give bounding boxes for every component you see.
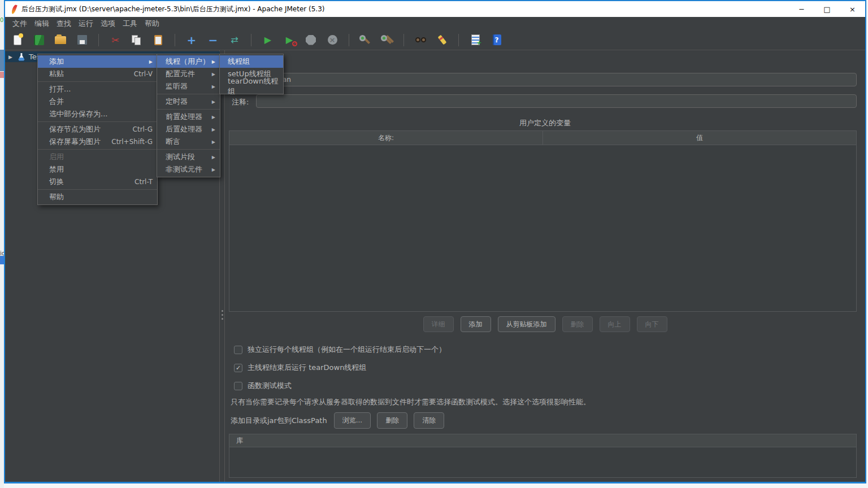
- screen: 0 ic 后台压力测试.jmx (D:\server\apache-jmeter…: [0, 0, 868, 488]
- toolbar-separator: [251, 34, 251, 46]
- menu-options[interactable]: 选项: [99, 19, 116, 29]
- jmeter-app-icon: [11, 4, 17, 14]
- minimize-icon[interactable]: ─: [789, 1, 814, 17]
- window-controls: ─ □ ×: [789, 1, 865, 17]
- checkbox-checked[interactable]: ✓: [234, 364, 242, 372]
- run-teardown-after-main-row: ✓ 主线程结束后运行 tearDown线程组: [234, 363, 366, 373]
- copy-icon[interactable]: [130, 33, 144, 47]
- menu-tools[interactable]: 工具: [121, 19, 138, 29]
- menu-item-thread-group[interactable]: 线程组: [220, 55, 283, 68]
- function-helper-icon[interactable]: +: [468, 33, 482, 47]
- menu-item-toggle[interactable]: 切换Ctrl-T: [38, 176, 157, 188]
- clear-all-icon[interactable]: [380, 33, 394, 47]
- menu-item-non-test-elements[interactable]: 非测试元件▶: [157, 163, 220, 176]
- menu-item-save-screen-as-image[interactable]: 保存屏幕为图片Ctrl+Shift-G: [38, 136, 157, 148]
- clear-icon[interactable]: [359, 33, 372, 47]
- help-icon[interactable]: ?: [490, 33, 504, 47]
- search-icon[interactable]: [414, 33, 427, 47]
- user-defined-variables-title: 用户定义的变量: [225, 118, 865, 128]
- menu-item-paste[interactable]: 粘贴Ctrl-V: [38, 68, 157, 80]
- menu-item-open[interactable]: 打开...: [38, 83, 157, 95]
- comments-input[interactable]: [256, 94, 857, 108]
- cut-icon[interactable]: ✂: [108, 33, 122, 47]
- menu-separator: [38, 189, 157, 190]
- menu-separator: [38, 149, 157, 150]
- menu-item-config-element[interactable]: 配置元件▶: [157, 68, 220, 80]
- panel-splitter[interactable]: [220, 50, 225, 482]
- up-button: 向上: [600, 316, 630, 332]
- plan-name-input[interactable]: [256, 73, 857, 86]
- menu-item-pre-processor[interactable]: 前置处理器▶: [157, 111, 220, 123]
- menu-item-listener[interactable]: 监听器▶: [157, 80, 220, 93]
- save-icon[interactable]: [75, 33, 89, 47]
- toolbar-separator: [98, 34, 99, 46]
- splitter-grip[interactable]: [222, 310, 223, 320]
- menu-bar: 文件 编辑 查找 运行 选项 工具 帮助: [5, 17, 865, 30]
- start-icon[interactable]: ▶: [261, 33, 275, 47]
- toolbar-separator: [403, 34, 404, 46]
- shortcut-label: Ctrl+Shift-G: [102, 138, 153, 146]
- start-no-pauses-icon[interactable]: ▶: [283, 33, 296, 47]
- shortcut-label: Ctrl-T: [125, 178, 153, 186]
- menu-file[interactable]: 文件: [11, 19, 28, 29]
- classpath-delete-button[interactable]: 删除: [377, 412, 407, 429]
- menu-separator: [38, 81, 157, 82]
- templates-icon[interactable]: [32, 33, 46, 47]
- menu-item-assertion[interactable]: 断言▶: [157, 136, 220, 148]
- menu-separator: [157, 149, 220, 150]
- checkbox-unchecked[interactable]: [234, 382, 242, 390]
- menu-edit[interactable]: 编辑: [33, 19, 50, 29]
- variables-table[interactable]: 名称: 值: [229, 130, 857, 312]
- variables-table-body[interactable]: [229, 145, 856, 311]
- menu-search[interactable]: 查找: [55, 19, 72, 29]
- new-file-icon[interactable]: [11, 33, 24, 47]
- menu-item-enable: 启用: [38, 151, 157, 163]
- checkbox-label: 函数测试模式: [248, 381, 292, 391]
- toggle-icon[interactable]: ⇄: [228, 33, 241, 47]
- collapse-all-icon[interactable]: −: [206, 33, 220, 47]
- menu-item-threads-users[interactable]: 线程（用户）▶: [157, 55, 220, 68]
- browse-button[interactable]: 浏览...: [334, 412, 371, 429]
- checkbox-unchecked[interactable]: [234, 346, 242, 354]
- stop-icon[interactable]: [304, 33, 318, 47]
- menu-item-save-selection-as[interactable]: 选中部分保存为...: [38, 108, 157, 120]
- menu-item-timer[interactable]: 定时器▶: [157, 95, 220, 108]
- detail-button: 详细: [423, 316, 454, 332]
- open-file-icon[interactable]: [54, 33, 67, 47]
- checkbox-label: 主线程结束后运行 tearDown线程组: [248, 363, 366, 373]
- menu-item-merge[interactable]: 合并: [38, 95, 157, 108]
- toolbar: ✂ + − ⇄ ▶ ▶ × + ?: [5, 30, 865, 50]
- submenu-arrow-icon: ▶: [212, 59, 215, 64]
- menu-item-add[interactable]: 添加▶: [38, 55, 157, 68]
- paste-icon[interactable]: [151, 33, 165, 47]
- toolbar-separator: [175, 34, 175, 46]
- menu-item-test-fragment[interactable]: 测试片段▶: [157, 151, 220, 163]
- search-reset-icon[interactable]: [435, 33, 449, 47]
- maximize-icon[interactable]: □: [814, 1, 840, 17]
- classpath-clear-button[interactable]: 清除: [414, 412, 444, 429]
- test-plan-icon: [18, 53, 25, 61]
- comments-label: 注释:: [232, 97, 249, 107]
- shutdown-icon[interactable]: ×: [326, 33, 339, 47]
- add-submenu: 线程（用户）▶ 配置元件▶ 监听器▶ 定时器▶ 前置处理器▶ 后置处理器▶ 断言…: [157, 54, 220, 177]
- menu-item-post-processor[interactable]: 后置处理器▶: [157, 123, 220, 136]
- background-window-fragment: [0, 256, 4, 264]
- menu-run[interactable]: 运行: [77, 19, 94, 29]
- submenu-arrow-icon: ▶: [212, 127, 215, 132]
- toolbar-separator: [349, 34, 349, 46]
- column-header-name[interactable]: 名称:: [229, 131, 543, 145]
- menu-item-disable[interactable]: 禁用: [38, 163, 157, 176]
- menu-item-teardown-thread-group[interactable]: tearDown线程组: [220, 80, 283, 93]
- close-icon[interactable]: ×: [840, 1, 865, 17]
- menu-item-help[interactable]: 帮助: [38, 191, 157, 203]
- add-button[interactable]: 添加: [461, 316, 491, 332]
- tree-expander-icon[interactable]: ▶: [8, 54, 12, 60]
- column-header-value[interactable]: 值: [543, 131, 856, 145]
- submenu-arrow-icon: ▶: [149, 59, 153, 64]
- expand-all-icon[interactable]: +: [185, 33, 198, 47]
- menu-help[interactable]: 帮助: [144, 19, 160, 29]
- library-list[interactable]: 库: [229, 434, 857, 478]
- variables-table-header: 名称: 值: [229, 131, 856, 145]
- menu-item-save-node-as-image[interactable]: 保存节点为图片Ctrl-G: [38, 123, 157, 136]
- add-from-clipboard-button[interactable]: 从剪贴板添加: [498, 316, 555, 332]
